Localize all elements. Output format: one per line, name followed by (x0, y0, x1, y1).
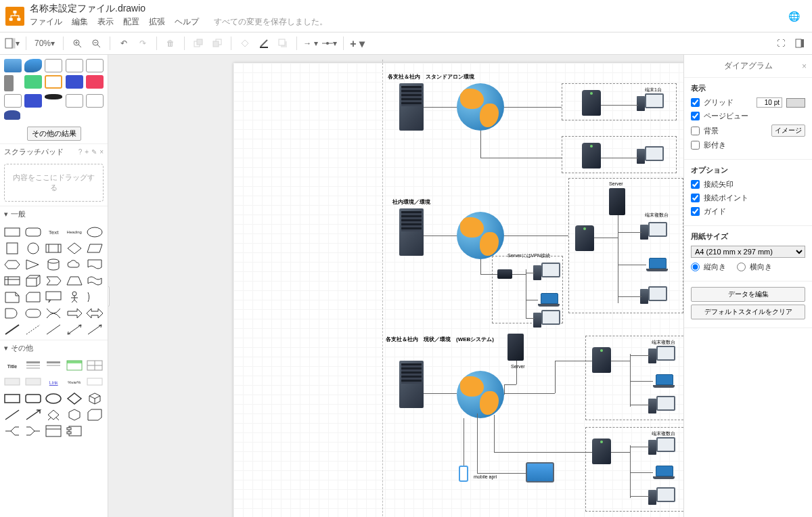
general-section-label[interactable]: 一般 (11, 209, 26, 219)
landscape-radio[interactable] (737, 263, 746, 271)
shape-diamond[interactable] (66, 242, 83, 254)
menu-arrange[interactable]: 配置 (123, 16, 139, 28)
pc-icon[interactable] (650, 346, 674, 369)
shape-table-green[interactable] (66, 360, 83, 372)
to-front-icon[interactable] (190, 35, 206, 51)
device-shape[interactable] (86, 75, 104, 89)
shape-internal[interactable] (4, 275, 20, 287)
shape-triangle[interactable] (25, 258, 41, 271)
shape-branch[interactable] (4, 425, 20, 437)
shape-link[interactable]: Link (45, 376, 62, 388)
menu-view[interactable]: 表示 (97, 16, 114, 28)
fill-color-icon[interactable] (237, 35, 253, 51)
router-icon[interactable] (592, 439, 611, 464)
laptop-icon[interactable] (653, 374, 675, 389)
device-shape[interactable] (4, 75, 14, 91)
device-shape[interactable] (24, 59, 42, 72)
insert-icon[interactable]: + ▾ (349, 35, 365, 51)
zoom-level[interactable]: 70% ▾ (32, 35, 58, 51)
menu-file[interactable]: ファイル (30, 16, 62, 28)
device-shape[interactable] (4, 59, 22, 72)
fullscreen-icon[interactable]: ⛶ (773, 35, 789, 51)
shape-note[interactable] (4, 291, 20, 303)
pc-icon[interactable] (650, 437, 674, 460)
shape-cloud[interactable] (66, 258, 83, 271)
pc-icon[interactable] (641, 222, 666, 245)
filename[interactable]: 名称未設定ファイル.drawio (30, 3, 783, 15)
shape-cube2[interactable] (87, 392, 103, 405)
device-shape[interactable] (86, 59, 104, 72)
router-icon[interactable] (575, 225, 594, 251)
shape-rect[interactable] (4, 226, 20, 238)
shape-square[interactable] (4, 242, 20, 254)
shape-block1[interactable] (4, 376, 20, 388)
close-panel-icon[interactable]: × (802, 62, 807, 71)
shape-card[interactable] (25, 291, 41, 303)
pc-icon[interactable] (641, 286, 666, 309)
shadow-checkbox[interactable] (691, 141, 700, 150)
shape-rrect2[interactable] (25, 392, 41, 405)
drawing-canvas[interactable]: 各支社＆社内 スタンドアロン環境 端末1台 (233, 63, 683, 517)
other-section-label[interactable]: その他 (11, 343, 33, 353)
pc-icon[interactable] (638, 146, 662, 169)
canvas-area[interactable]: 各支社＆社内 スタンドアロン環境 端末1台 (108, 55, 683, 517)
zoom-in-icon[interactable] (69, 35, 85, 51)
guides-checkbox[interactable] (691, 207, 700, 216)
laptop-icon[interactable] (538, 293, 560, 308)
page-view-dropdown[interactable]: ▾ (4, 35, 20, 51)
device-shape[interactable] (45, 59, 62, 72)
shape-ellipse[interactable] (87, 226, 103, 238)
device-shape[interactable] (4, 110, 20, 120)
shape-step[interactable] (45, 275, 62, 287)
scratchpad-close-icon[interactable]: × (99, 148, 104, 156)
shape-block3[interactable] (87, 376, 103, 388)
server-tower-icon[interactable] (399, 208, 424, 256)
server-icon[interactable] (508, 334, 524, 361)
pc-icon[interactable] (650, 487, 674, 510)
language-icon[interactable]: 🌐 (788, 11, 807, 22)
laptop-icon[interactable] (646, 258, 668, 273)
shape-line-bold[interactable] (4, 323, 20, 336)
device-shape[interactable] (66, 75, 83, 89)
shape-heading[interactable]: Heading (66, 226, 83, 238)
shape-component[interactable] (66, 425, 83, 437)
menu-help[interactable]: ヘルプ (175, 16, 199, 28)
scratchpad-help-icon[interactable]: ? (78, 148, 83, 156)
shape-circle[interactable] (25, 242, 41, 254)
line-color-icon[interactable] (256, 35, 272, 51)
undo-icon[interactable]: ↶ (116, 35, 132, 51)
shape-cylinder[interactable] (45, 258, 62, 271)
phone-icon[interactable] (459, 466, 468, 482)
background-checkbox[interactable] (691, 127, 700, 135)
shape-edge2[interactable] (25, 409, 41, 421)
device-shape[interactable] (4, 94, 22, 108)
grid-size-input[interactable] (757, 97, 782, 108)
shape-diamond2[interactable] (66, 392, 83, 405)
waypoint-icon[interactable]: ▾ (321, 35, 338, 51)
laptop-icon[interactable] (653, 466, 675, 480)
shape-parallelogram[interactable] (87, 242, 103, 254)
shape-and[interactable] (4, 307, 20, 319)
shape-process[interactable] (45, 242, 62, 254)
conn-points-checkbox[interactable] (691, 194, 700, 202)
shape-cube3[interactable] (66, 409, 83, 421)
shape-edge1[interactable] (4, 409, 20, 421)
grid-color-swatch[interactable] (786, 98, 805, 108)
shape-box3d[interactable] (87, 409, 103, 421)
pc-icon[interactable] (535, 310, 559, 333)
router-icon[interactable] (582, 90, 601, 116)
globe-icon[interactable] (457, 371, 504, 418)
server-icon[interactable] (609, 188, 625, 215)
shape-cube[interactable] (25, 275, 41, 287)
server-tower-icon[interactable] (399, 83, 424, 131)
clear-style-button[interactable]: デフォルトスタイルをクリア (691, 305, 805, 319)
shape-hexagon[interactable] (4, 258, 20, 271)
shape-line[interactable] (45, 323, 62, 336)
portrait-radio[interactable] (691, 263, 700, 271)
shape-line-dash[interactable] (25, 323, 41, 336)
shape-rect2[interactable] (4, 392, 20, 405)
shape-var[interactable]: %var% (66, 376, 83, 388)
shape-bidir-arrow[interactable] (45, 307, 62, 319)
paper-size-select[interactable]: A4 (210 mm x 297 mm) (691, 246, 805, 258)
zoom-out-icon[interactable] (88, 35, 104, 51)
